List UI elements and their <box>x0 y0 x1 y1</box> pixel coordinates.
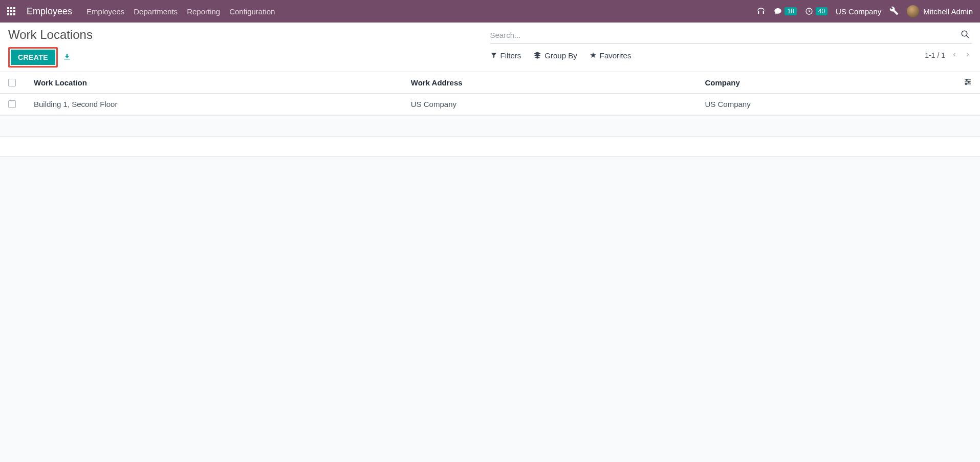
svg-rect-4 <box>10 10 12 12</box>
pager: 1-1 / 1 <box>925 50 972 60</box>
list-view: Work Location Work Address Company Build… <box>0 72 980 116</box>
svg-point-13 <box>966 79 968 81</box>
company-switcher[interactable]: US Company <box>836 7 881 16</box>
filters-dropdown[interactable]: Filters <box>490 51 521 60</box>
svg-rect-3 <box>7 10 9 12</box>
svg-point-15 <box>968 81 970 83</box>
messages-badge: 18 <box>785 7 796 15</box>
select-all-checkbox[interactable] <box>8 79 16 86</box>
cell-work-address: US Company <box>411 100 705 108</box>
svg-rect-7 <box>10 13 12 15</box>
nav-employees[interactable]: Employees <box>86 7 124 16</box>
filters-label: Filters <box>500 51 521 60</box>
create-button[interactable]: CREATE <box>11 50 55 65</box>
favorites-dropdown[interactable]: Favorites <box>590 51 631 60</box>
table-row[interactable]: Building 1, Second Floor US Company US C… <box>0 94 980 115</box>
voip-icon[interactable] <box>756 7 766 16</box>
pager-prev-icon[interactable] <box>950 50 959 60</box>
group-by-dropdown[interactable]: Group By <box>533 51 577 60</box>
search-input[interactable] <box>490 31 959 39</box>
nav-configuration[interactable]: Configuration <box>229 7 275 16</box>
svg-rect-1 <box>10 7 12 9</box>
debug-icon[interactable] <box>889 6 899 17</box>
cell-work-location: Building 1, Second Floor <box>34 100 411 108</box>
favorites-label: Favorites <box>600 51 631 60</box>
download-icon[interactable] <box>63 53 71 62</box>
activities-button[interactable]: 40 <box>805 7 827 15</box>
control-panel: Work Locations CREATE <box>0 23 980 72</box>
apps-icon[interactable] <box>7 7 15 15</box>
pager-text: 1-1 / 1 <box>925 51 945 59</box>
app-brand[interactable]: Employees <box>27 6 72 17</box>
svg-rect-5 <box>13 10 15 12</box>
group-by-label: Group By <box>545 51 577 60</box>
svg-point-10 <box>962 31 967 36</box>
col-work-address[interactable]: Work Address <box>411 78 705 87</box>
options-icon[interactable] <box>964 78 972 87</box>
list-header: Work Location Work Address Company <box>0 72 980 94</box>
footer-band <box>0 136 980 157</box>
search-bar <box>490 28 972 44</box>
page-title: Work Locations <box>8 28 490 42</box>
avatar <box>907 5 919 17</box>
svg-rect-2 <box>13 7 15 9</box>
svg-rect-6 <box>7 13 9 15</box>
col-work-location[interactable]: Work Location <box>34 78 411 87</box>
activities-badge: 40 <box>816 7 827 15</box>
svg-line-11 <box>966 35 969 38</box>
nav-departments[interactable]: Departments <box>134 7 178 16</box>
cell-company: US Company <box>705 100 946 108</box>
top-navbar: Employees Employees Departments Reportin… <box>0 0 980 23</box>
pager-next-icon[interactable] <box>964 50 972 60</box>
create-button-highlight: CREATE <box>8 47 58 68</box>
svg-rect-8 <box>13 13 15 15</box>
svg-point-17 <box>965 83 967 85</box>
row-checkbox[interactable] <box>8 100 16 108</box>
svg-rect-0 <box>7 7 9 9</box>
search-icon[interactable] <box>959 30 972 40</box>
messages-button[interactable]: 18 <box>774 7 796 15</box>
user-name: Mitchell Admin <box>923 7 973 16</box>
nav-reporting[interactable]: Reporting <box>187 7 220 16</box>
col-company[interactable]: Company <box>705 78 946 87</box>
user-menu[interactable]: Mitchell Admin <box>907 5 973 17</box>
